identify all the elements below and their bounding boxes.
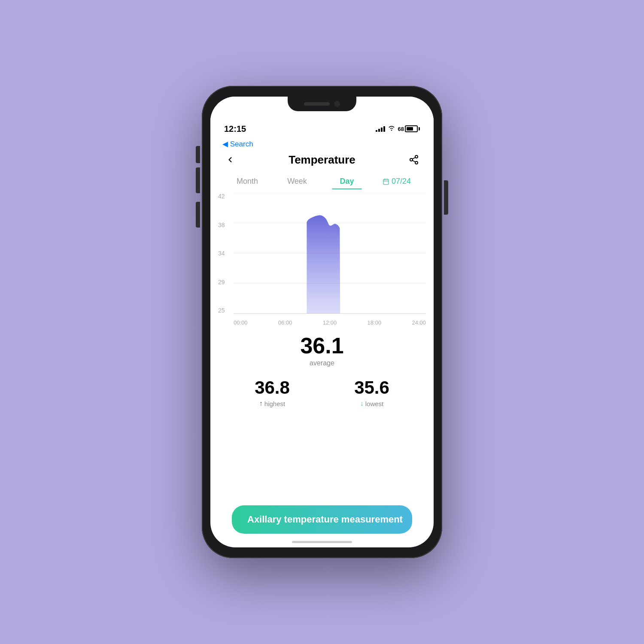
volume-up-button xyxy=(196,167,200,193)
svg-line-4 xyxy=(413,158,416,159)
silent-button xyxy=(196,146,200,163)
notch-area xyxy=(210,97,434,122)
x-label-0000: 00:00 xyxy=(234,319,248,326)
up-arrow-icon: ↑ xyxy=(259,400,263,407)
power-button xyxy=(444,180,448,215)
back-button[interactable] xyxy=(222,152,238,167)
wifi-icon xyxy=(388,125,395,133)
bottom-pill-text: Axillary temperature measurement xyxy=(247,514,403,525)
page-title: Temperature xyxy=(289,153,355,167)
x-label-0600: 06:00 xyxy=(278,319,292,326)
chart-container: 42 38 34 29 25 xyxy=(210,193,434,326)
battery-icon: 68 xyxy=(398,125,420,132)
tab-day[interactable]: Day xyxy=(322,173,372,189)
volume-down-button xyxy=(196,202,200,228)
average-value: 36.1 xyxy=(300,334,343,357)
hi-lo-container: 36.8 ↑ highest 35.6 ↓ lowest xyxy=(222,377,422,407)
tab-month[interactable]: Month xyxy=(222,173,272,189)
y-axis: 42 38 34 29 25 xyxy=(218,193,228,314)
lowest-value: 35.6 xyxy=(354,377,389,398)
tab-bar: Month Week Day 07/24 xyxy=(210,173,434,189)
svg-rect-5 xyxy=(383,179,389,184)
svg-line-3 xyxy=(413,161,416,162)
phone-device: 12:15 68 xyxy=(202,86,442,558)
x-label-1200: 12:00 xyxy=(323,319,337,326)
highest-label: highest xyxy=(264,400,285,407)
phone-screen: 12:15 68 xyxy=(210,97,434,547)
x-label-2400: 24:00 xyxy=(412,319,426,326)
front-camera xyxy=(334,101,340,107)
search-back-area: ◀ Search xyxy=(210,140,434,150)
y-label-34: 34 xyxy=(218,250,225,257)
home-indicator xyxy=(292,541,352,543)
search-back-link[interactable]: ◀ Search xyxy=(222,140,422,149)
lowest-sub: ↓ lowest xyxy=(360,400,384,407)
y-label-38: 38 xyxy=(218,222,225,228)
y-label-42: 42 xyxy=(218,193,225,200)
bottom-pill[interactable]: Axillary temperature measurement xyxy=(232,505,412,534)
x-axis: 00:00 06:00 12:00 18:00 24:00 xyxy=(234,318,426,326)
x-label-1800: 18:00 xyxy=(368,319,382,326)
chart-area: 42 38 34 29 25 xyxy=(218,193,426,326)
date-tab-label: 07/24 xyxy=(392,177,411,186)
highest-sub: ↑ highest xyxy=(259,400,285,407)
y-label-25: 25 xyxy=(218,307,225,314)
tab-week[interactable]: Week xyxy=(272,173,322,189)
average-label: average xyxy=(310,359,334,367)
signal-icon xyxy=(376,126,385,132)
notch xyxy=(288,97,356,111)
lowest-label: lowest xyxy=(365,400,384,407)
speaker xyxy=(304,102,330,106)
status-time: 12:15 xyxy=(224,124,246,134)
y-label-29: 29 xyxy=(218,279,225,286)
highest-item: 36.8 ↑ highest xyxy=(255,377,290,407)
page-header: Temperature xyxy=(210,150,434,173)
highest-value: 36.8 xyxy=(255,377,290,398)
status-icons: 68 xyxy=(376,125,420,133)
chart-inner xyxy=(234,193,426,314)
down-arrow-icon: ↓ xyxy=(360,400,364,407)
lowest-item: 35.6 ↓ lowest xyxy=(354,377,389,407)
share-button[interactable] xyxy=(406,152,422,167)
tab-date[interactable]: 07/24 xyxy=(372,173,422,189)
battery-percent: 68 xyxy=(398,126,404,132)
